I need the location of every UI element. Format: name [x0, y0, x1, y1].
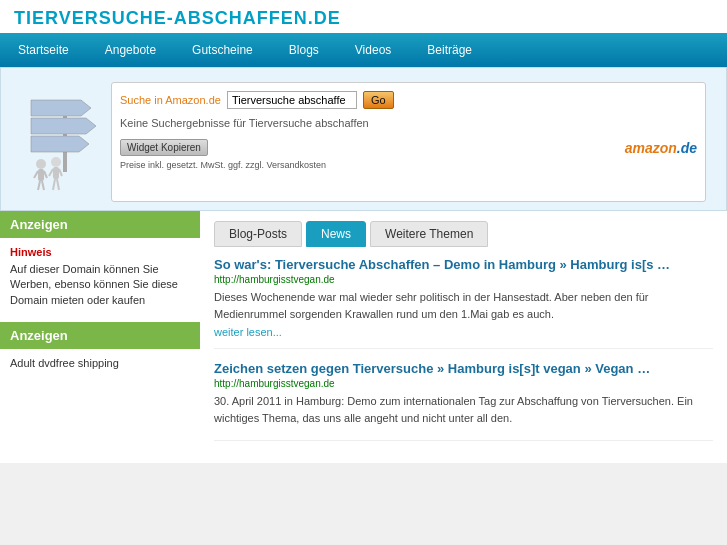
tab-blog-posts[interactable]: Blog-Posts: [214, 221, 302, 247]
read-more-1[interactable]: weiter lesen...: [214, 326, 713, 338]
svg-marker-2: [31, 118, 96, 134]
nav-gutscheine[interactable]: Gutscheine: [174, 33, 271, 67]
svg-line-15: [57, 179, 59, 190]
tab-news[interactable]: News: [306, 221, 366, 247]
svg-rect-5: [38, 169, 44, 181]
amazon-search-input[interactable]: [227, 91, 357, 109]
content-area: Blog-Posts News Weitere Themen So war's:…: [200, 211, 727, 463]
search-area: Suche in Amazon.de Go Keine Suchergebnis…: [0, 67, 727, 211]
sidebar-ad-content: Adult dvdfree shipping: [0, 349, 200, 377]
widget-kopieren-button[interactable]: Widget Kopieren: [120, 139, 208, 156]
main-content: Anzeigen Hinweis Auf dieser Domain könne…: [0, 211, 727, 463]
sidebar-anzeigen-1: Anzeigen: [0, 211, 200, 238]
svg-line-14: [53, 179, 55, 190]
header: TIERVERSUCHE-ABSCHAFFEN.DE: [0, 0, 727, 33]
svg-line-13: [59, 169, 62, 176]
amazon-go-button[interactable]: Go: [363, 91, 394, 109]
amazon-widget: Suche in Amazon.de Go Keine Suchergebnis…: [111, 82, 706, 202]
nav-beitrage[interactable]: Beiträge: [409, 33, 490, 67]
sidebar-hinweis-title: Hinweis: [10, 246, 190, 258]
sidebar-hinweis-text: Auf dieser Domain können Sie Werben, ebe…: [10, 262, 190, 308]
svg-line-12: [49, 169, 53, 176]
post-url-1: http://hamburgisstvegan.de: [214, 274, 713, 285]
svg-line-9: [42, 181, 44, 190]
nav-videos[interactable]: Videos: [337, 33, 409, 67]
amazon-search-label: Suche in Amazon.de: [120, 94, 221, 106]
svg-point-10: [51, 157, 61, 167]
amazon-footer: Widget Kopieren amazon.de: [120, 139, 697, 156]
nav: Startseite Angebote Gutscheine Blogs Vid…: [0, 33, 727, 67]
sidebar-hinweis: Hinweis Auf dieser Domain können Sie Wer…: [0, 238, 200, 316]
post-item-2: Zeichen setzen gegen Tierversuche » Hamb…: [214, 361, 713, 441]
site-title: TIERVERSUCHE-ABSCHAFFEN.DE: [14, 8, 341, 28]
amazon-prices: Preise inkl. gesetzt. MwSt. ggf. zzgl. V…: [120, 160, 697, 170]
nav-angebote[interactable]: Angebote: [87, 33, 174, 67]
svg-marker-1: [31, 100, 91, 116]
svg-point-4: [36, 159, 46, 169]
tab-weitere-themen[interactable]: Weitere Themen: [370, 221, 488, 247]
post-excerpt-2: 30. April 2011 in Hamburg: Demo zum inte…: [214, 393, 713, 426]
amazon-search-row: Suche in Amazon.de Go: [120, 91, 697, 109]
signpost-image: [21, 82, 111, 192]
amazon-logo: amazon.de: [625, 140, 697, 156]
amazon-no-results: Keine Suchergebnisse für Tierversuche ab…: [120, 117, 697, 129]
post-excerpt-1: Dieses Wochenende war mal wieder sehr po…: [214, 289, 713, 322]
post-title-2[interactable]: Zeichen setzen gegen Tierversuche » Hamb…: [214, 361, 713, 376]
tabs: Blog-Posts News Weitere Themen: [214, 221, 713, 247]
post-url-2: http://hamburgisstvegan.de: [214, 378, 713, 389]
post-item-1: So war's: Tierversuche Abschaffen – Demo…: [214, 257, 713, 349]
svg-line-6: [34, 171, 38, 178]
svg-line-8: [38, 181, 40, 190]
nav-startseite[interactable]: Startseite: [0, 33, 87, 67]
sidebar: Anzeigen Hinweis Auf dieser Domain könne…: [0, 211, 200, 463]
svg-marker-3: [31, 136, 89, 152]
svg-rect-11: [53, 167, 59, 179]
sidebar-anzeigen-2: Anzeigen: [0, 322, 200, 349]
svg-line-7: [44, 171, 47, 178]
post-title-1[interactable]: So war's: Tierversuche Abschaffen – Demo…: [214, 257, 713, 272]
nav-blogs[interactable]: Blogs: [271, 33, 337, 67]
